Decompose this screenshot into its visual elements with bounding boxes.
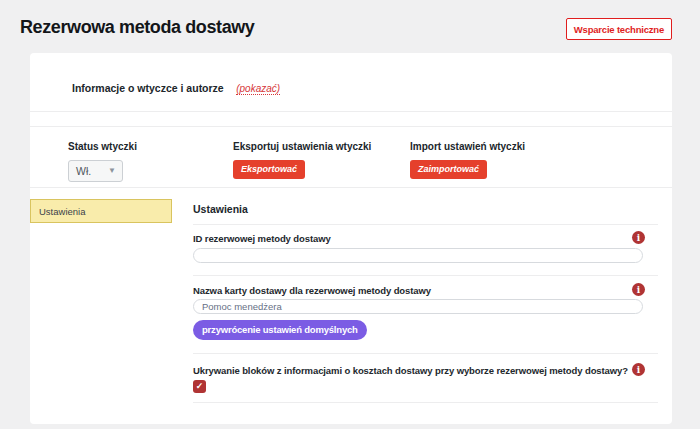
plugin-info-label: Informacje o wtyczce i autorze xyxy=(72,82,224,94)
check-icon: ✓ xyxy=(196,382,204,391)
support-button[interactable]: Wsparcie techniczne xyxy=(566,18,672,40)
field-label-line: Ukrywanie bloków z informacjami o koszta… xyxy=(193,363,658,376)
panel-heading: Ustawienia xyxy=(193,188,658,225)
info-icon[interactable]: i xyxy=(632,283,645,296)
plugin-info-row: Informacje o wtyczce i autorze (pokazać) xyxy=(30,53,672,112)
export-label: Eksportuj ustawienia wtyczki xyxy=(233,141,410,152)
plugin-status-group: Status wtyczki Wł. ▼ xyxy=(68,141,233,187)
page-title: Rezerwowa metoda dostawy xyxy=(20,16,254,38)
import-label: Import ustawień wtyczki xyxy=(410,141,525,152)
tab-ustawienia[interactable]: Ustawienia xyxy=(30,199,172,223)
field-row-hide-cost-blocks: Ukrywanie bloków z informacjami o koszta… xyxy=(193,354,658,403)
status-row: Status wtyczki Wł. ▼ Eksportuj ustawieni… xyxy=(30,127,672,188)
field-label-line: ID rezerwowej metody dostawy i xyxy=(193,231,658,244)
settings-card: Informacje o wtyczce i autorze (pokazać)… xyxy=(30,53,672,424)
hide-cost-blocks-checkbox[interactable]: ✓ xyxy=(193,380,206,393)
status-select[interactable]: Wł. ▼ xyxy=(68,160,123,182)
export-group: Eksportuj ustawienia wtyczki Eksportować xyxy=(233,141,410,187)
page-header: Rezerwowa metoda dostawy Wsparcie techni… xyxy=(0,0,700,53)
field-row-backup-method-id: ID rezerwowej metody dostawy i xyxy=(193,225,658,276)
restore-defaults-button[interactable]: przywrócenie ustawień domyślnych xyxy=(193,320,367,340)
info-icon[interactable]: i xyxy=(632,231,645,244)
delivery-card-name-input[interactable] xyxy=(193,299,643,314)
show-info-link[interactable]: (pokazać) xyxy=(236,83,280,95)
import-group: Import ustawień wtyczki Zaimportować xyxy=(410,141,525,187)
status-label: Status wtyczki xyxy=(68,141,233,152)
info-icon[interactable]: i xyxy=(632,363,645,376)
field-label: Nazwa karty dostawy dla rezerwowej metod… xyxy=(193,283,431,296)
field-label: ID rezerwowej metody dostawy xyxy=(193,231,331,244)
backup-method-id-input[interactable] xyxy=(193,248,643,263)
field-label: Ukrywanie bloków z informacjami o koszta… xyxy=(193,363,628,376)
section-divider xyxy=(30,112,672,127)
export-button[interactable]: Eksportować xyxy=(233,160,305,179)
settings-panel: Ustawienia ID rezerwowej metody dostawy … xyxy=(193,188,658,403)
status-select-value: Wł. xyxy=(76,165,91,177)
field-label-line: Nazwa karty dostawy dla rezerwowej metod… xyxy=(193,283,658,296)
settings-tabs: Ustawienia xyxy=(30,188,193,403)
import-button[interactable]: Zaimportować xyxy=(410,160,487,179)
settings-main-area: Ustawienia Ustawienia ID rezerwowej meto… xyxy=(30,188,672,403)
field-row-delivery-card-name: Nazwa karty dostawy dla rezerwowej metod… xyxy=(193,276,658,354)
chevron-down-icon: ▼ xyxy=(108,167,116,175)
plugin-settings-page: Rezerwowa metoda dostawy Wsparcie techni… xyxy=(0,0,700,424)
